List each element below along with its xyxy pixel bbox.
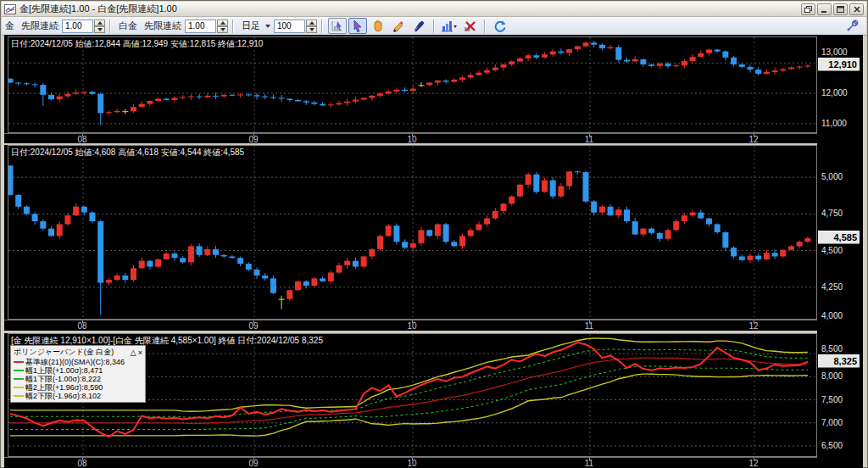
legend-line-swatch bbox=[14, 361, 24, 363]
down-arrow-icon bbox=[309, 28, 314, 31]
pen-tool-button[interactable] bbox=[409, 18, 428, 34]
candle-body bbox=[279, 98, 285, 98]
candle-body bbox=[731, 248, 737, 256]
candle-body bbox=[221, 95, 227, 97]
chart-type-tool-button[interactable] bbox=[440, 18, 459, 34]
candle-body bbox=[632, 59, 638, 62]
candle-body bbox=[715, 224, 721, 232]
bollinger-legend[interactable]: ボリンジャーバンド(金 白金) △ × 基準線(21)(0)(SMA)(C):8… bbox=[10, 345, 146, 403]
legend-collapse-button[interactable]: △ bbox=[131, 348, 136, 357]
candle-body bbox=[320, 104, 326, 106]
gold-mult-down-button[interactable] bbox=[94, 26, 105, 33]
minimize-button[interactable] bbox=[817, 3, 832, 15]
candle-body bbox=[213, 249, 219, 255]
down-arrow-icon bbox=[97, 28, 103, 31]
candle-body bbox=[237, 94, 243, 95]
candle-body bbox=[180, 258, 186, 262]
restore-windows-button[interactable] bbox=[801, 3, 815, 15]
toolbar-separator bbox=[232, 20, 234, 33]
legend-line-swatch bbox=[14, 370, 24, 371]
candle-body bbox=[204, 96, 210, 98]
legend-close-button[interactable]: × bbox=[138, 348, 142, 357]
candle-body bbox=[591, 202, 597, 213]
crosshair-chart-tool-button[interactable] bbox=[328, 18, 347, 34]
candle-body bbox=[509, 61, 515, 64]
candle-body bbox=[451, 242, 457, 246]
candle-body bbox=[57, 224, 63, 236]
delete-indicator-tool-button[interactable] bbox=[460, 18, 479, 34]
bar-count-value[interactable]: 100 bbox=[274, 20, 305, 33]
period-dropdown[interactable]: 日足 bbox=[242, 20, 260, 32]
plot-canvas[interactable] bbox=[8, 146, 816, 320]
candle-body bbox=[682, 61, 687, 65]
plot-canvas[interactable] bbox=[8, 37, 816, 134]
candle-body bbox=[615, 47, 621, 60]
plat-mult-down-button[interactable] bbox=[217, 26, 228, 33]
candle-body bbox=[426, 83, 432, 86]
hand-tool-button[interactable] bbox=[369, 18, 387, 34]
candle-body bbox=[57, 97, 63, 100]
candle-body bbox=[501, 203, 507, 211]
candle-body bbox=[81, 92, 87, 92]
candle-body bbox=[690, 213, 696, 215]
candle-body bbox=[386, 92, 392, 94]
dropdown-caret-icon[interactable] bbox=[265, 25, 270, 28]
candle-body bbox=[303, 101, 309, 102]
gold-chart-panel[interactable]: 日付:2024/12/05 始値:12,844 高値:12,949 安値:12,… bbox=[8, 36, 817, 133]
candle-body bbox=[690, 57, 696, 61]
gold-mult-up-button[interactable] bbox=[94, 20, 105, 26]
candle-body bbox=[295, 100, 301, 101]
bar-count-down-button[interactable] bbox=[306, 26, 317, 33]
candle-body bbox=[344, 261, 350, 265]
candle-body bbox=[90, 213, 96, 221]
pointer-icon bbox=[351, 20, 364, 33]
candle-body bbox=[624, 60, 630, 62]
close-button[interactable] bbox=[849, 3, 864, 15]
last-price-badge: 4,585 bbox=[818, 231, 860, 244]
candle-body bbox=[492, 68, 498, 70]
y-axis-tick-label: 5,000 bbox=[821, 172, 843, 181]
candle-body bbox=[755, 256, 761, 259]
candlesticks bbox=[8, 165, 810, 315]
candle-body bbox=[509, 197, 515, 204]
candle-body bbox=[377, 236, 383, 249]
platinum-multiplier-value[interactable]: 1.00 bbox=[185, 20, 216, 33]
spread-chart-panel[interactable]: [金 先限連続 12,910×1.00]-[白金 先限連続 4,585×1.00… bbox=[8, 333, 817, 457]
gold-multiplier-spinner: 1.00 bbox=[62, 20, 105, 33]
candle-body bbox=[402, 90, 408, 91]
candle-body bbox=[459, 77, 465, 80]
candle-body bbox=[106, 112, 112, 113]
bar-count-up-button[interactable] bbox=[306, 20, 317, 26]
candle-body bbox=[197, 97, 203, 98]
candle-body bbox=[40, 85, 46, 95]
settings-wrench-button[interactable] bbox=[843, 18, 861, 34]
candle-body bbox=[665, 230, 671, 238]
x-axis-month-label: 09 bbox=[248, 459, 258, 468]
refresh-tool-button[interactable] bbox=[491, 18, 509, 34]
pencil-tool-button[interactable] bbox=[389, 18, 408, 34]
candle-body bbox=[608, 207, 614, 215]
candle-body bbox=[188, 97, 194, 98]
wrench-icon bbox=[846, 20, 859, 32]
x-axis-month-label: 12 bbox=[748, 459, 758, 468]
candle-body bbox=[229, 95, 235, 96]
candle-body bbox=[197, 246, 203, 254]
candle-body bbox=[172, 254, 178, 258]
candle-body bbox=[393, 226, 399, 242]
platinum-chart-panel[interactable]: 日付:2024/12/05 始値:4,608 高値:4,618 安値:4,544… bbox=[8, 145, 817, 320]
plat-mult-up-button[interactable] bbox=[217, 20, 228, 26]
candle-body bbox=[797, 67, 803, 68]
gold-multiplier-value[interactable]: 1.00 bbox=[62, 20, 93, 33]
candle-body bbox=[657, 233, 663, 239]
platinum-multiplier-spinner: 1.00 bbox=[185, 20, 228, 33]
candle-body bbox=[575, 171, 581, 172]
candle-body bbox=[287, 98, 292, 99]
candle-body bbox=[682, 215, 687, 221]
y-axis-tick-label: 4,750 bbox=[821, 209, 843, 218]
title-bar[interactable]: 金[先限連続]1.00 - 白金[先限連続]1.00 bbox=[2, 2, 866, 17]
pointer-tool-button[interactable] bbox=[348, 18, 367, 34]
candle-body bbox=[344, 102, 350, 103]
y-axis-tick-label: 4,250 bbox=[821, 281, 843, 291]
candle-body bbox=[476, 224, 481, 230]
maximize-button[interactable] bbox=[833, 3, 848, 15]
